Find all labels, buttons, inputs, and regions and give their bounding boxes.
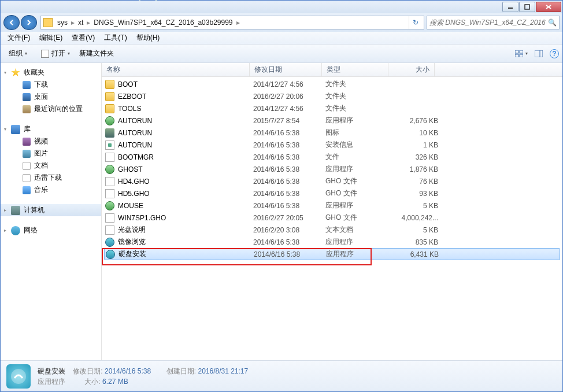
file-row[interactable]: GHOST2014/6/16 5:38应用程序1,876 KB [102, 163, 562, 175]
file-icon [105, 177, 114, 186]
detail-create-value: 2016/8/31 21:17 [198, 367, 248, 375]
file-name: 光盘说明 [118, 225, 253, 235]
help-button[interactable]: ? [550, 49, 559, 58]
nav-label: 计算机 [24, 205, 45, 215]
file-type: 文本文档 [325, 225, 392, 235]
menu-view[interactable]: 查看(V) [67, 32, 99, 44]
crumb-current[interactable]: DNGS_Win7SP1_x64_CZ_2016_a03b29999 [91, 19, 235, 27]
toolbar: 组织 打开 新建文件夹 ? [1, 45, 562, 63]
file-icon [105, 140, 114, 150]
nav-label: 桌面 [34, 92, 48, 102]
open-label: 打开 [51, 49, 65, 58]
crumb-sys[interactable]: sys [55, 19, 70, 27]
nav-videos[interactable]: 视频 [1, 135, 101, 147]
file-row[interactable]: WIN7SP1.GHO2016/2/27 20:05GHO 文件4,000,24… [102, 212, 562, 224]
col-type[interactable]: 类型 [322, 63, 388, 76]
file-size: 1 KB [392, 141, 438, 149]
menu-file[interactable]: 文件(F) [3, 32, 35, 44]
file-row[interactable]: BOOT2014/12/27 4:56文件夹 [102, 78, 562, 90]
menu-edit[interactable]: 编辑(E) [35, 32, 67, 44]
nav-pictures[interactable]: 图片 [1, 147, 101, 160]
file-date: 2016/2/27 20:05 [253, 214, 325, 222]
organize-button[interactable]: 组织 [4, 47, 32, 60]
crumb-xt[interactable]: xt [76, 19, 86, 27]
search-icon[interactable]: 🔍 [546, 19, 557, 27]
nav-recent[interactable]: 最近访问的位置 [1, 103, 101, 115]
file-row[interactable]: AUTORUN2014/6/16 5:38图标10 KB [102, 127, 562, 139]
column-headers: 名称 修改日期 类型 大小 [102, 63, 562, 77]
breadcrumb[interactable]: sys ▸ xt ▸ DNGS_Win7SP1_x64_CZ_2016_a03b… [40, 16, 424, 29]
col-name[interactable]: 名称 [102, 63, 250, 76]
file-size: 326 KB [392, 153, 438, 161]
nav-desktop[interactable]: 桌面 [1, 91, 101, 103]
nav-label: 下载 [34, 80, 48, 90]
nav-library[interactable]: ▾库 [1, 123, 101, 135]
refresh-button[interactable]: ↻ [409, 16, 421, 29]
file-row[interactable]: 光盘说明2016/2/20 3:08文本文档5 KB [102, 224, 562, 236]
nav-xunlei[interactable]: 迅雷下载 [1, 172, 101, 184]
detail-size-value: 6.27 MB [102, 378, 128, 386]
file-size: 93 KB [392, 190, 438, 198]
nav-favorites[interactable]: ▾收藏夹 [1, 66, 101, 79]
close-button[interactable] [536, 2, 561, 12]
svg-rect-8 [535, 50, 543, 57]
nav-computer[interactable]: ▸计算机 [1, 204, 101, 216]
nav-documents[interactable]: 文档 [1, 160, 101, 172]
file-row[interactable]: MOUSE2014/6/16 5:38应用程序5 KB [102, 199, 562, 212]
open-button[interactable]: 打开 [36, 47, 75, 60]
xunlei-icon [23, 174, 31, 182]
file-type: GHO 文件 [325, 188, 392, 198]
file-name: TOOLS [118, 105, 253, 113]
detail-size-label: 大小: [84, 378, 100, 386]
maximize-button[interactable] [519, 2, 535, 12]
nav-label: 最近访问的位置 [34, 104, 83, 114]
search-box[interactable]: 🔍 [427, 16, 560, 29]
detail-create-label: 创建日期: [166, 367, 196, 375]
file-row[interactable]: TOOLS2014/12/27 4:56文件夹 [102, 102, 562, 114]
library-icon [11, 125, 20, 134]
file-size: 2,676 KB [392, 117, 438, 125]
file-type: 应用程序 [325, 201, 392, 210]
menu-help[interactable]: 帮助(H) [132, 32, 165, 44]
file-date: 2014/6/16 5:38 [253, 141, 325, 149]
nav-downloads[interactable]: 下载 [1, 79, 101, 91]
file-row[interactable]: HD4.GHO2014/6/16 5:38GHO 文件76 KB [102, 175, 562, 187]
file-icon [105, 213, 114, 223]
forward-button[interactable] [21, 15, 37, 30]
file-type: 安装信息 [325, 140, 392, 150]
detail-mod-label: 修改日期: [73, 367, 102, 375]
view-options-button[interactable] [515, 49, 528, 59]
file-row[interactable]: AUTORUN2014/6/16 5:38安装信息1 KB [102, 139, 562, 151]
file-row[interactable]: AUTORUN2015/7/27 8:54应用程序2,676 KB [102, 114, 562, 127]
file-row[interactable]: 镜像浏览2014/6/16 5:38应用程序835 KB [102, 236, 562, 248]
details-pane: 硬盘安装 修改日期: 2014/6/16 5:38 创建日期: 2016/8/3… [1, 360, 562, 391]
minimize-button[interactable] [502, 2, 518, 12]
file-row[interactable]: HD5.GHO2014/6/16 5:38GHO 文件93 KB [102, 187, 562, 199]
file-type: 文件夹 [325, 103, 392, 113]
recent-icon [23, 105, 31, 113]
main-area: ▾收藏夹 下载 桌面 最近访问的位置 ▾库 视频 图片 文档 迅雷下载 音乐 ▸… [1, 63, 562, 360]
search-input[interactable] [429, 19, 546, 27]
nav-music[interactable]: 音乐 [1, 184, 101, 196]
document-icon [23, 162, 31, 170]
nav-network[interactable]: ▸网络 [1, 224, 101, 236]
file-row[interactable]: EZBOOT2016/2/27 20:06文件夹 [102, 90, 562, 102]
file-size: 4,000,242... [392, 214, 438, 222]
chevron-right-icon: ▸ [4, 228, 6, 233]
col-size[interactable]: 大小 [388, 63, 435, 76]
file-date: 2015/7/27 8:54 [253, 117, 325, 125]
file-type: 应用程序 [325, 116, 392, 125]
file-size: 5 KB [392, 226, 438, 234]
file-date: 2016/2/27 20:06 [253, 93, 325, 101]
new-folder-button[interactable]: 新建文件夹 [75, 47, 118, 60]
file-type: 文件夹 [325, 79, 392, 89]
file-type: 文件夹 [325, 91, 392, 101]
file-row[interactable]: BOOTMGR2014/6/16 5:38文件326 KB [102, 151, 562, 163]
back-button[interactable] [3, 15, 20, 30]
chevron-down-icon: ▾ [4, 70, 6, 75]
preview-pane-button[interactable] [532, 49, 545, 59]
file-row[interactable]: 硬盘安装2014/6/16 5:38应用程序6,431 KB [104, 248, 560, 260]
file-date: 2014/12/27 4:56 [253, 105, 325, 113]
col-date[interactable]: 修改日期 [250, 63, 322, 76]
menu-tools[interactable]: 工具(T) [99, 32, 131, 44]
